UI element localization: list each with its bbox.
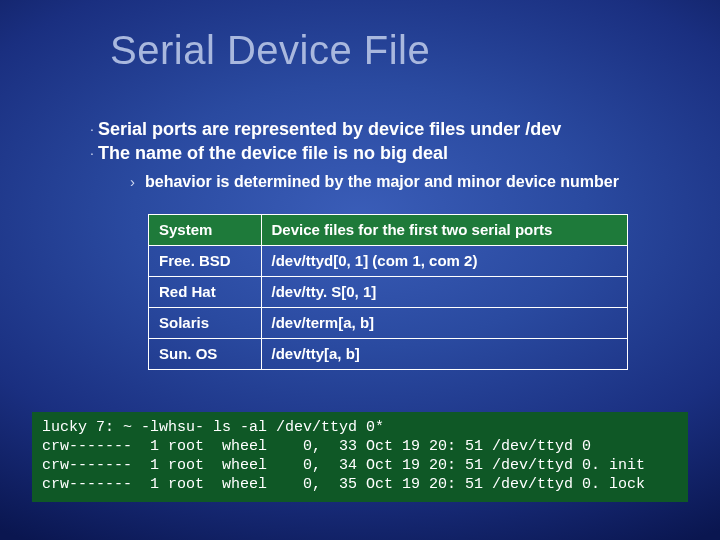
bullet-item: · The name of the device file is no big … [90, 142, 680, 164]
slide-title: Serial Device File [110, 28, 430, 73]
device-table: System Device files for the first two se… [148, 214, 628, 370]
terminal-block: lucky 7: ~ -lwhsu- ls -al /dev/ttyd 0* c… [32, 412, 688, 502]
bullet-text: Serial ports are represented by device f… [98, 118, 561, 140]
terminal-output: lucky 7: ~ -lwhsu- ls -al /dev/ttyd 0* c… [42, 418, 678, 494]
sub-bullet-text: behavior is determined by the major and … [145, 172, 619, 192]
table-cell: /dev/tty[a, b] [261, 339, 627, 370]
bullet-icon: · [90, 118, 98, 140]
table-cell: /dev/term[a, b] [261, 308, 627, 339]
terminal-line: lucky 7: ~ -lwhsu- ls -al /dev/ttyd 0* [42, 419, 384, 436]
table-cell: Free. BSD [149, 246, 262, 277]
bullet-icon: · [90, 142, 98, 164]
slide-content: · Serial ports are represented by device… [90, 118, 680, 370]
table-cell: Red Hat [149, 277, 262, 308]
slide: Serial Device File · Serial ports are re… [0, 0, 720, 540]
terminal-line: crw------- 1 root wheel 0, 33 Oct 19 20:… [42, 438, 591, 455]
table-row: Sun. OS /dev/tty[a, b] [149, 339, 628, 370]
bullet-text: The name of the device file is no big de… [98, 142, 448, 164]
terminal-line: crw------- 1 root wheel 0, 35 Oct 19 20:… [42, 476, 645, 493]
sub-bullet-item: › behavior is determined by the major an… [130, 172, 680, 192]
terminal-line: crw------- 1 root wheel 0, 34 Oct 19 20:… [42, 457, 645, 474]
table-cell: Sun. OS [149, 339, 262, 370]
table-header-cell: System [149, 215, 262, 246]
chevron-right-icon: › [130, 172, 135, 192]
table-cell: /dev/tty. S[0, 1] [261, 277, 627, 308]
table-cell: /dev/ttyd[0, 1] (com 1, com 2) [261, 246, 627, 277]
bullet-item: · Serial ports are represented by device… [90, 118, 680, 140]
table-header-cell: Device files for the first two serial po… [261, 215, 627, 246]
table-header-row: System Device files for the first two se… [149, 215, 628, 246]
table-row: Red Hat /dev/tty. S[0, 1] [149, 277, 628, 308]
table-cell: Solaris [149, 308, 262, 339]
table-row: Free. BSD /dev/ttyd[0, 1] (com 1, com 2) [149, 246, 628, 277]
table-row: Solaris /dev/term[a, b] [149, 308, 628, 339]
